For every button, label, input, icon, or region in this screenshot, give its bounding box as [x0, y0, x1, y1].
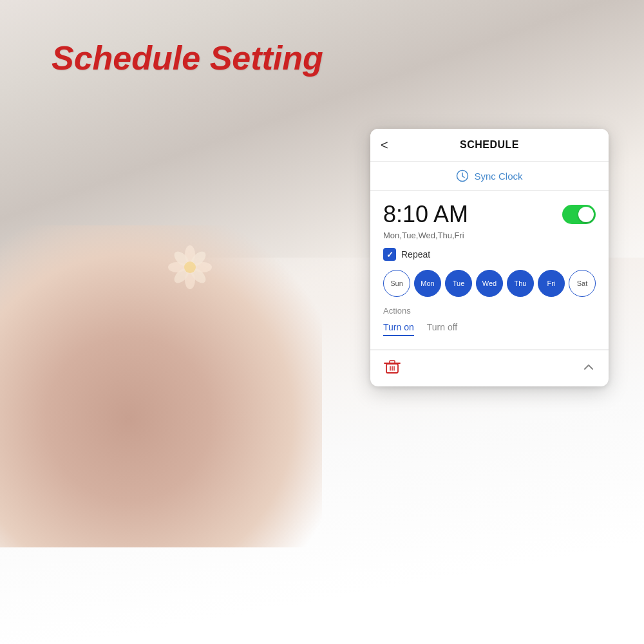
actions-section: Actions Turn on Turn off: [383, 306, 596, 341]
chevron-up-icon: [582, 360, 596, 374]
back-button[interactable]: <: [381, 138, 388, 153]
repeat-label: Repeat: [401, 249, 430, 260]
toggle-knob: [578, 207, 594, 222]
actions-label: Actions: [383, 306, 596, 316]
turn-on-button[interactable]: Turn on: [383, 319, 414, 336]
delete-button[interactable]: [383, 358, 401, 379]
schedule-toggle[interactable]: [562, 205, 596, 224]
svg-rect-13: [390, 361, 395, 363]
collapse-button[interactable]: [582, 360, 596, 377]
flower-decoration: [161, 238, 219, 299]
sync-clock-label: Sync Clock: [474, 171, 522, 182]
days-row: Sun Mon Tue Wed Thu Fri Sat: [383, 270, 596, 297]
turn-off-button[interactable]: Turn off: [427, 319, 457, 336]
trash-icon: [383, 358, 401, 376]
day-tue[interactable]: Tue: [445, 270, 472, 297]
svg-point-9: [184, 261, 196, 273]
card-title: SCHEDULE: [460, 139, 519, 151]
card-footer: [370, 350, 609, 386]
schedule-card: < SCHEDULE Sync Clock 8:10 AM Mon,Tue,We…: [370, 129, 609, 386]
clock-icon: [456, 169, 469, 182]
card-header: < SCHEDULE: [370, 129, 609, 162]
repeat-row: Repeat: [383, 248, 596, 261]
schedule-time[interactable]: 8:10 AM: [383, 201, 468, 228]
actions-row: Turn on Turn off: [383, 319, 596, 336]
schedule-days-text: Mon,Tue,Wed,Thu,Fri: [383, 231, 596, 240]
page-title: Schedule Setting: [52, 39, 323, 77]
day-mon[interactable]: Mon: [414, 270, 441, 297]
repeat-checkbox[interactable]: [383, 248, 396, 261]
day-fri[interactable]: Fri: [538, 270, 565, 297]
day-sun[interactable]: Sun: [383, 270, 410, 297]
day-thu[interactable]: Thu: [507, 270, 534, 297]
time-toggle-row: 8:10 AM: [383, 201, 596, 228]
day-wed[interactable]: Wed: [476, 270, 503, 297]
sync-clock-row[interactable]: Sync Clock: [370, 162, 609, 191]
day-sat[interactable]: Sat: [569, 270, 596, 297]
schedule-item: 8:10 AM Mon,Tue,Wed,Thu,Fri Repeat Sun M…: [370, 191, 609, 350]
